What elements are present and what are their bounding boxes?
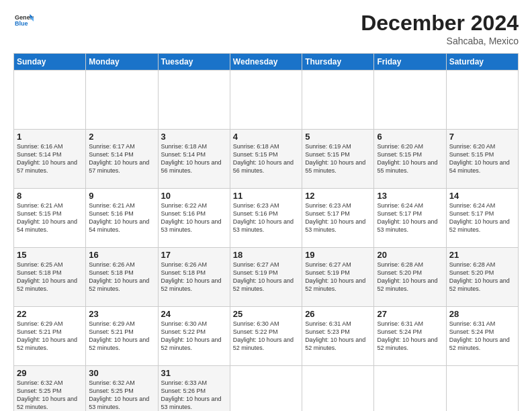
- day-number: 1: [17, 132, 83, 142]
- table-row: [374, 366, 446, 412]
- cell-text: Sunrise: 6:30 AM Sunset: 5:22 PM Dayligh…: [161, 320, 227, 353]
- table-row: 18 Sunrise: 6:27 AM Sunset: 5:19 PM Dayl…: [230, 248, 302, 307]
- cell-text: Sunrise: 6:23 AM Sunset: 5:16 PM Dayligh…: [233, 201, 299, 234]
- table-row: 31 Sunrise: 6:33 AM Sunset: 5:26 PM Dayl…: [158, 366, 230, 412]
- cell-text: Sunrise: 6:26 AM Sunset: 5:18 PM Dayligh…: [161, 261, 227, 293]
- cell-text: Sunrise: 6:17 AM Sunset: 5:14 PM Dayligh…: [89, 142, 154, 175]
- table-row: 16 Sunrise: 6:26 AM Sunset: 5:18 PM Dayl…: [86, 248, 158, 307]
- col-wednesday: Wednesday: [230, 54, 302, 71]
- cell-text: Sunrise: 6:32 AM Sunset: 5:25 PM Dayligh…: [17, 379, 83, 411]
- day-number: 6: [377, 132, 443, 142]
- col-sunday: Sunday: [14, 54, 86, 71]
- day-number: 7: [449, 132, 515, 142]
- day-number: 16: [89, 250, 154, 260]
- calendar-week-row: 8 Sunrise: 6:21 AM Sunset: 5:15 PM Dayli…: [14, 189, 519, 248]
- table-row: 22 Sunrise: 6:29 AM Sunset: 5:21 PM Dayl…: [14, 307, 86, 366]
- header-row: Sunday Monday Tuesday Wednesday Thursday…: [14, 54, 519, 71]
- calendar-table: Sunday Monday Tuesday Wednesday Thursday…: [13, 53, 519, 411]
- table-row: 2 Sunrise: 6:17 AM Sunset: 5:14 PM Dayli…: [86, 130, 158, 189]
- table-row: 20 Sunrise: 6:28 AM Sunset: 5:20 PM Dayl…: [374, 248, 446, 307]
- day-number: 22: [17, 309, 83, 319]
- table-row: 6 Sunrise: 6:20 AM Sunset: 5:15 PM Dayli…: [374, 130, 446, 189]
- table-row: 25 Sunrise: 6:30 AM Sunset: 5:22 PM Dayl…: [230, 307, 302, 366]
- cell-text: Sunrise: 6:29 AM Sunset: 5:21 PM Dayligh…: [89, 320, 154, 353]
- calendar-week-row: 1 Sunrise: 6:16 AM Sunset: 5:14 PM Dayli…: [14, 130, 519, 189]
- table-row: 29 Sunrise: 6:32 AM Sunset: 5:25 PM Dayl…: [14, 366, 86, 412]
- day-number: 14: [449, 191, 515, 201]
- table-row: 27 Sunrise: 6:31 AM Sunset: 5:24 PM Dayl…: [374, 307, 446, 366]
- table-row: 17 Sunrise: 6:26 AM Sunset: 5:18 PM Dayl…: [158, 248, 230, 307]
- cell-text: Sunrise: 6:28 AM Sunset: 5:20 PM Dayligh…: [449, 261, 515, 293]
- table-row: 9 Sunrise: 6:21 AM Sunset: 5:16 PM Dayli…: [86, 189, 158, 248]
- table-row: 1 Sunrise: 6:16 AM Sunset: 5:14 PM Dayli…: [14, 130, 86, 189]
- cell-text: Sunrise: 6:20 AM Sunset: 5:15 PM Dayligh…: [449, 142, 515, 175]
- day-number: 5: [305, 132, 371, 142]
- calendar-subtitle: Sahcaba, Mexico: [361, 36, 519, 46]
- day-number: 27: [377, 309, 443, 319]
- cell-text: Sunrise: 6:33 AM Sunset: 5:26 PM Dayligh…: [161, 379, 227, 411]
- table-row: [446, 71, 518, 130]
- calendar-week-row: 29 Sunrise: 6:32 AM Sunset: 5:25 PM Dayl…: [14, 366, 519, 412]
- logo-icon: General Blue: [15, 11, 34, 30]
- table-row: [86, 71, 158, 130]
- day-number: 18: [233, 250, 299, 260]
- table-row: 4 Sunrise: 6:18 AM Sunset: 5:15 PM Dayli…: [230, 130, 302, 189]
- table-row: 26 Sunrise: 6:31 AM Sunset: 5:23 PM Dayl…: [302, 307, 374, 366]
- table-row: 3 Sunrise: 6:18 AM Sunset: 5:14 PM Dayli…: [158, 130, 230, 189]
- logo: General Blue: [13, 11, 34, 32]
- cell-text: Sunrise: 6:31 AM Sunset: 5:23 PM Dayligh…: [305, 320, 371, 353]
- day-number: 21: [449, 250, 515, 260]
- table-row: 7 Sunrise: 6:20 AM Sunset: 5:15 PM Dayli…: [446, 130, 518, 189]
- table-row: 12 Sunrise: 6:23 AM Sunset: 5:17 PM Dayl…: [302, 189, 374, 248]
- day-number: 8: [17, 191, 83, 201]
- cell-text: Sunrise: 6:16 AM Sunset: 5:14 PM Dayligh…: [17, 142, 83, 175]
- table-row: [230, 366, 302, 412]
- table-row: [302, 366, 374, 412]
- cell-text: Sunrise: 6:22 AM Sunset: 5:16 PM Dayligh…: [161, 201, 227, 234]
- cell-text: Sunrise: 6:21 AM Sunset: 5:15 PM Dayligh…: [17, 201, 83, 234]
- cell-text: Sunrise: 6:24 AM Sunset: 5:17 PM Dayligh…: [377, 201, 443, 234]
- day-number: 13: [377, 191, 443, 201]
- cell-text: Sunrise: 6:29 AM Sunset: 5:21 PM Dayligh…: [17, 320, 83, 353]
- calendar-week-row: 22 Sunrise: 6:29 AM Sunset: 5:21 PM Dayl…: [14, 307, 519, 366]
- table-row: 19 Sunrise: 6:27 AM Sunset: 5:19 PM Dayl…: [302, 248, 374, 307]
- cell-text: Sunrise: 6:31 AM Sunset: 5:24 PM Dayligh…: [449, 320, 515, 353]
- cell-text: Sunrise: 6:28 AM Sunset: 5:20 PM Dayligh…: [377, 261, 443, 293]
- table-row: [230, 71, 302, 130]
- cell-text: Sunrise: 6:25 AM Sunset: 5:18 PM Dayligh…: [17, 261, 83, 293]
- col-thursday: Thursday: [302, 54, 374, 71]
- day-number: 12: [305, 191, 371, 201]
- cell-text: Sunrise: 6:30 AM Sunset: 5:22 PM Dayligh…: [233, 320, 299, 353]
- page: General Blue December 2024 Sahcaba, Mexi…: [0, 0, 532, 411]
- day-number: 17: [161, 250, 227, 260]
- day-number: 4: [233, 132, 299, 142]
- day-number: 11: [233, 191, 299, 201]
- day-number: 30: [89, 368, 154, 378]
- day-number: 23: [89, 309, 154, 319]
- table-row: 11 Sunrise: 6:23 AM Sunset: 5:16 PM Dayl…: [230, 189, 302, 248]
- cell-text: Sunrise: 6:26 AM Sunset: 5:18 PM Dayligh…: [89, 261, 154, 293]
- table-row: 24 Sunrise: 6:30 AM Sunset: 5:22 PM Dayl…: [158, 307, 230, 366]
- table-row: 14 Sunrise: 6:24 AM Sunset: 5:17 PM Dayl…: [446, 189, 518, 248]
- day-number: 25: [233, 309, 299, 319]
- cell-text: Sunrise: 6:24 AM Sunset: 5:17 PM Dayligh…: [449, 201, 515, 234]
- cell-text: Sunrise: 6:31 AM Sunset: 5:24 PM Dayligh…: [377, 320, 443, 353]
- table-row: 5 Sunrise: 6:19 AM Sunset: 5:15 PM Dayli…: [302, 130, 374, 189]
- day-number: 26: [305, 309, 371, 319]
- calendar-week-row: [14, 71, 519, 130]
- table-row: 21 Sunrise: 6:28 AM Sunset: 5:20 PM Dayl…: [446, 248, 518, 307]
- col-saturday: Saturday: [446, 54, 518, 71]
- day-number: 31: [161, 368, 227, 378]
- day-number: 15: [17, 250, 83, 260]
- calendar-week-row: 15 Sunrise: 6:25 AM Sunset: 5:18 PM Dayl…: [14, 248, 519, 307]
- cell-text: Sunrise: 6:18 AM Sunset: 5:14 PM Dayligh…: [161, 142, 227, 175]
- cell-text: Sunrise: 6:23 AM Sunset: 5:17 PM Dayligh…: [305, 201, 371, 234]
- day-number: 9: [89, 191, 154, 201]
- table-row: 23 Sunrise: 6:29 AM Sunset: 5:21 PM Dayl…: [86, 307, 158, 366]
- table-row: 13 Sunrise: 6:24 AM Sunset: 5:17 PM Dayl…: [374, 189, 446, 248]
- day-number: 3: [161, 132, 227, 142]
- table-row: 28 Sunrise: 6:31 AM Sunset: 5:24 PM Dayl…: [446, 307, 518, 366]
- day-number: 24: [161, 309, 227, 319]
- day-number: 29: [17, 368, 83, 378]
- table-row: [302, 71, 374, 130]
